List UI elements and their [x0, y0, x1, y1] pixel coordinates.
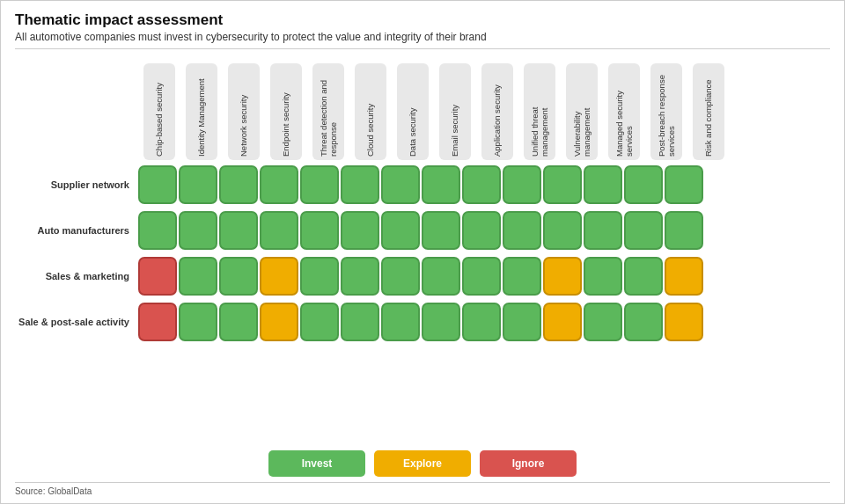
cell-0-10: [543, 165, 582, 204]
cell-3-9: [503, 303, 541, 341]
col-header-10: Vulnerability management: [561, 55, 603, 160]
legend-ignore: Ignore: [480, 450, 577, 477]
cell-0-9: [503, 165, 541, 204]
col-header-12: Post-breach response services: [645, 55, 687, 160]
cell-0-6: [381, 165, 420, 204]
cell-3-4: [300, 303, 339, 341]
chart-subtitle: All automotive companies must invest in …: [15, 31, 830, 49]
data-row-0: Supplier network: [15, 164, 830, 206]
cell-0-12: [624, 165, 663, 204]
row-label-1: Auto manufacturers: [15, 224, 138, 237]
cells-row-0: [138, 165, 703, 204]
cell-1-8: [462, 211, 501, 250]
cell-0-7: [422, 165, 460, 204]
col-header-3: Endpoint security: [265, 55, 307, 160]
chart-title: Thematic impact assessment: [15, 11, 830, 29]
cell-2-9: [503, 257, 541, 296]
cell-1-0: [138, 211, 177, 250]
cell-2-4: [300, 257, 339, 296]
cell-2-3: [260, 257, 298, 296]
cell-1-10: [543, 211, 582, 250]
data-row-3: Sale & post-sale activity: [15, 301, 830, 343]
row-label-2: Sales & marketing: [15, 270, 138, 282]
legend-explore: Explore: [374, 450, 471, 477]
col-header-13: Risk and compliance: [687, 55, 730, 160]
cell-0-11: [584, 165, 622, 204]
col-header-8: Application security: [476, 55, 518, 160]
cell-2-2: [219, 257, 258, 296]
cell-3-5: [341, 303, 379, 341]
data-rows: Supplier networkAuto manufacturersSales …: [15, 164, 830, 343]
cell-1-1: [179, 211, 217, 250]
cell-1-7: [422, 211, 460, 250]
cell-1-9: [503, 211, 541, 250]
cell-2-11: [584, 257, 622, 296]
cell-2-7: [422, 257, 460, 296]
data-row-2: Sales & marketing: [15, 255, 830, 297]
cell-0-5: [341, 165, 379, 204]
row-label-3: Sale & post-sale activity: [15, 316, 138, 328]
cell-3-3: [260, 303, 298, 341]
col-header-6: Data security: [392, 55, 434, 160]
col-header-1: Identity Management: [180, 55, 223, 160]
data-row-1: Auto manufacturers: [15, 209, 830, 252]
cell-2-0: [138, 257, 177, 296]
cell-3-13: [665, 303, 703, 341]
cell-3-1: [179, 303, 217, 341]
col-header-4: Threat detection and response: [307, 55, 349, 160]
cell-3-8: [462, 303, 501, 341]
cell-2-1: [179, 257, 217, 296]
col-header-5: Cloud security: [349, 55, 392, 160]
cell-1-4: [300, 211, 339, 250]
row-label-0: Supplier network: [15, 179, 138, 191]
cell-0-1: [179, 165, 217, 204]
col-header-2: Network security: [223, 55, 265, 160]
cell-3-6: [381, 303, 420, 341]
cell-1-3: [260, 211, 298, 250]
column-headers: Chip-based securityIdentity ManagementNe…: [138, 55, 830, 160]
cell-3-10: [543, 303, 582, 341]
cell-0-13: [665, 165, 703, 204]
cell-3-11: [584, 303, 622, 341]
cell-1-2: [219, 211, 258, 250]
cell-1-11: [584, 211, 622, 250]
cell-0-8: [462, 165, 501, 204]
cell-3-2: [219, 303, 258, 341]
col-header-0: Chip-based security: [138, 55, 180, 160]
source-label: Source: GlobalData: [15, 482, 830, 496]
cells-row-1: [138, 211, 703, 250]
cell-2-5: [341, 257, 379, 296]
cell-2-8: [462, 257, 501, 296]
cell-2-12: [624, 257, 663, 296]
cell-2-10: [543, 257, 582, 296]
col-header-9: Unified threat management: [518, 55, 561, 160]
chart-area: Chip-based securityIdentity ManagementNe…: [15, 55, 830, 443]
cell-1-6: [381, 211, 420, 250]
cells-row-2: [138, 257, 703, 296]
cell-1-5: [341, 211, 379, 250]
cell-0-2: [219, 165, 258, 204]
cell-2-6: [381, 257, 420, 296]
legend-invest: Invest: [268, 450, 365, 477]
col-header-11: Managed security services: [603, 55, 645, 160]
cell-0-4: [300, 165, 339, 204]
cell-0-3: [260, 165, 298, 204]
cell-0-0: [138, 165, 177, 204]
legend: InvestExploreIgnore: [15, 450, 830, 477]
cell-2-13: [665, 257, 703, 296]
main-container: Thematic impact assessment All automotiv…: [0, 0, 845, 504]
cell-1-12: [624, 211, 663, 250]
cell-3-7: [422, 303, 460, 341]
col-header-7: Email security: [434, 55, 476, 160]
cells-row-3: [138, 303, 703, 341]
cell-1-13: [665, 211, 703, 250]
cell-3-0: [138, 303, 177, 341]
cell-3-12: [624, 303, 663, 341]
